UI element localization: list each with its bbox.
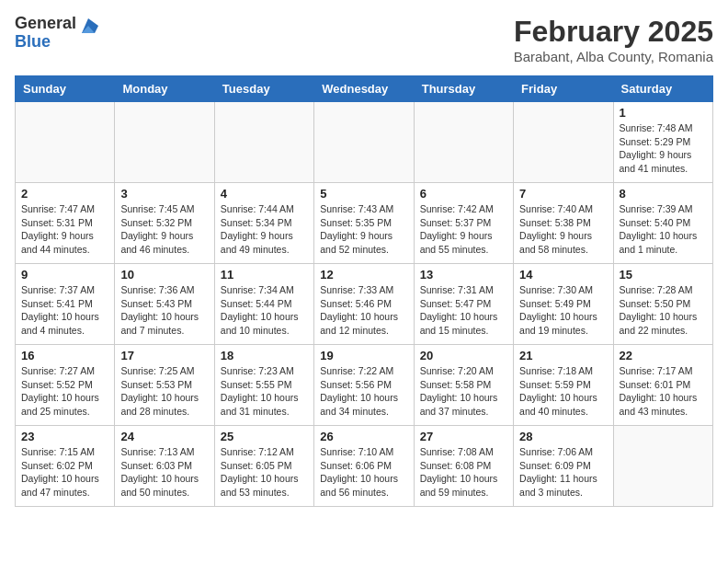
calendar-day-cell: 4Sunrise: 7:44 AM Sunset: 5:34 PM Daylig…	[214, 183, 313, 264]
calendar-day-cell: 9Sunrise: 7:37 AM Sunset: 5:41 PM Daylig…	[16, 264, 115, 345]
day-number: 17	[120, 349, 208, 362]
day-number: 1	[620, 106, 707, 120]
calendar-day-cell	[414, 102, 513, 183]
day-of-week-header: Monday	[115, 76, 214, 102]
day-number: 23	[21, 430, 108, 443]
calendar-week-row: 2Sunrise: 7:47 AM Sunset: 5:31 PM Daylig…	[16, 183, 713, 264]
calendar-day-cell	[214, 102, 313, 183]
day-number: 25	[221, 430, 308, 443]
day-info: Sunrise: 7:28 AM Sunset: 5:50 PM Dayligh…	[620, 283, 707, 338]
day-info: Sunrise: 7:48 AM Sunset: 5:29 PM Dayligh…	[620, 121, 707, 176]
day-of-week-header: Saturday	[613, 76, 712, 102]
calendar-week-row: 23Sunrise: 7:15 AM Sunset: 6:02 PM Dayli…	[16, 426, 713, 507]
calendar-day-cell: 6Sunrise: 7:42 AM Sunset: 5:37 PM Daylig…	[414, 183, 513, 264]
calendar-day-cell: 19Sunrise: 7:22 AM Sunset: 5:56 PM Dayli…	[314, 345, 414, 426]
day-number: 2	[21, 187, 108, 201]
day-info: Sunrise: 7:40 AM Sunset: 5:38 PM Dayligh…	[519, 202, 607, 257]
logo-icon	[78, 17, 98, 37]
day-number: 24	[120, 430, 208, 443]
day-info: Sunrise: 7:10 AM Sunset: 6:06 PM Dayligh…	[320, 445, 407, 500]
day-info: Sunrise: 7:37 AM Sunset: 5:41 PM Dayligh…	[21, 283, 108, 338]
calendar-day-cell: 18Sunrise: 7:23 AM Sunset: 5:55 PM Dayli…	[214, 345, 313, 426]
day-info: Sunrise: 7:06 AM Sunset: 6:09 PM Dayligh…	[519, 445, 607, 500]
title-block: February 2025 Barabant, Alba County, Rom…	[514, 15, 713, 64]
day-number: 9	[21, 268, 108, 282]
day-info: Sunrise: 7:12 AM Sunset: 6:05 PM Dayligh…	[221, 445, 308, 500]
day-of-week-header: Tuesday	[214, 76, 313, 102]
day-number: 16	[21, 349, 108, 362]
calendar-day-cell: 23Sunrise: 7:15 AM Sunset: 6:02 PM Dayli…	[16, 426, 115, 507]
day-info: Sunrise: 7:23 AM Sunset: 5:55 PM Dayligh…	[221, 364, 308, 419]
day-number: 5	[320, 187, 407, 201]
day-of-week-header: Thursday	[414, 76, 513, 102]
day-number: 18	[221, 349, 308, 362]
day-number: 3	[120, 187, 208, 201]
calendar-day-cell	[613, 426, 712, 507]
calendar-day-cell: 25Sunrise: 7:12 AM Sunset: 6:05 PM Dayli…	[214, 426, 313, 507]
day-number: 14	[519, 268, 607, 282]
day-number: 12	[320, 268, 407, 282]
day-info: Sunrise: 7:36 AM Sunset: 5:43 PM Dayligh…	[120, 283, 208, 338]
month-year-title: February 2025	[514, 15, 713, 49]
calendar-day-cell	[314, 102, 414, 183]
day-info: Sunrise: 7:13 AM Sunset: 6:03 PM Dayligh…	[120, 445, 208, 500]
day-info: Sunrise: 7:42 AM Sunset: 5:37 PM Dayligh…	[420, 202, 507, 257]
calendar-day-cell: 14Sunrise: 7:30 AM Sunset: 5:49 PM Dayli…	[514, 264, 613, 345]
day-number: 7	[519, 187, 607, 201]
day-number: 4	[221, 187, 308, 201]
day-info: Sunrise: 7:15 AM Sunset: 6:02 PM Dayligh…	[21, 445, 108, 500]
day-number: 8	[620, 187, 707, 201]
logo: General Blue	[15, 15, 98, 52]
calendar-day-cell: 15Sunrise: 7:28 AM Sunset: 5:50 PM Dayli…	[613, 264, 712, 345]
day-info: Sunrise: 7:27 AM Sunset: 5:52 PM Dayligh…	[21, 364, 108, 419]
day-info: Sunrise: 7:18 AM Sunset: 5:59 PM Dayligh…	[519, 364, 607, 419]
day-number: 15	[620, 268, 707, 282]
day-of-week-header: Friday	[514, 76, 613, 102]
calendar-day-cell: 10Sunrise: 7:36 AM Sunset: 5:43 PM Dayli…	[115, 264, 214, 345]
calendar-day-cell: 16Sunrise: 7:27 AM Sunset: 5:52 PM Dayli…	[16, 345, 115, 426]
day-info: Sunrise: 7:43 AM Sunset: 5:35 PM Dayligh…	[320, 202, 407, 257]
calendar-day-cell: 7Sunrise: 7:40 AM Sunset: 5:38 PM Daylig…	[514, 183, 613, 264]
day-number: 26	[320, 430, 407, 443]
calendar-day-cell	[514, 102, 613, 183]
calendar-day-cell: 5Sunrise: 7:43 AM Sunset: 5:35 PM Daylig…	[314, 183, 414, 264]
day-number: 19	[320, 349, 407, 362]
calendar-day-cell	[16, 102, 115, 183]
calendar-header-row: SundayMondayTuesdayWednesdayThursdayFrid…	[16, 76, 713, 102]
day-number: 28	[519, 430, 607, 443]
day-number: 22	[620, 349, 707, 362]
calendar-week-row: 9Sunrise: 7:37 AM Sunset: 5:41 PM Daylig…	[16, 264, 713, 345]
day-info: Sunrise: 7:08 AM Sunset: 6:08 PM Dayligh…	[420, 445, 507, 500]
day-info: Sunrise: 7:20 AM Sunset: 5:58 PM Dayligh…	[420, 364, 507, 419]
day-info: Sunrise: 7:47 AM Sunset: 5:31 PM Dayligh…	[21, 202, 108, 257]
logo-blue-text: Blue	[15, 33, 76, 52]
day-info: Sunrise: 7:22 AM Sunset: 5:56 PM Dayligh…	[320, 364, 407, 419]
day-number: 27	[420, 430, 507, 443]
calendar-day-cell: 13Sunrise: 7:31 AM Sunset: 5:47 PM Dayli…	[414, 264, 513, 345]
calendar-day-cell: 26Sunrise: 7:10 AM Sunset: 6:06 PM Dayli…	[314, 426, 414, 507]
day-of-week-header: Sunday	[16, 76, 115, 102]
location-subtitle: Barabant, Alba County, Romania	[514, 49, 713, 64]
calendar-day-cell: 17Sunrise: 7:25 AM Sunset: 5:53 PM Dayli…	[115, 345, 214, 426]
day-info: Sunrise: 7:25 AM Sunset: 5:53 PM Dayligh…	[120, 364, 208, 419]
day-info: Sunrise: 7:30 AM Sunset: 5:49 PM Dayligh…	[519, 283, 607, 338]
calendar-day-cell: 3Sunrise: 7:45 AM Sunset: 5:32 PM Daylig…	[115, 183, 214, 264]
calendar-day-cell: 21Sunrise: 7:18 AM Sunset: 5:59 PM Dayli…	[514, 345, 613, 426]
page-header: General Blue February 2025 Barabant, Alb…	[15, 15, 713, 64]
day-number: 10	[120, 268, 208, 282]
calendar-day-cell: 11Sunrise: 7:34 AM Sunset: 5:44 PM Dayli…	[214, 264, 313, 345]
day-info: Sunrise: 7:17 AM Sunset: 6:01 PM Dayligh…	[620, 364, 707, 419]
calendar-week-row: 16Sunrise: 7:27 AM Sunset: 5:52 PM Dayli…	[16, 345, 713, 426]
day-number: 11	[221, 268, 308, 282]
calendar-day-cell: 24Sunrise: 7:13 AM Sunset: 6:03 PM Dayli…	[115, 426, 214, 507]
day-info: Sunrise: 7:45 AM Sunset: 5:32 PM Dayligh…	[120, 202, 208, 257]
calendar-day-cell: 8Sunrise: 7:39 AM Sunset: 5:40 PM Daylig…	[613, 183, 712, 264]
day-number: 21	[519, 349, 607, 362]
calendar-day-cell: 28Sunrise: 7:06 AM Sunset: 6:09 PM Dayli…	[514, 426, 613, 507]
calendar-day-cell: 1Sunrise: 7:48 AM Sunset: 5:29 PM Daylig…	[613, 102, 712, 183]
calendar-day-cell	[115, 102, 214, 183]
calendar-day-cell: 27Sunrise: 7:08 AM Sunset: 6:08 PM Dayli…	[414, 426, 513, 507]
calendar-day-cell: 20Sunrise: 7:20 AM Sunset: 5:58 PM Dayli…	[414, 345, 513, 426]
day-number: 20	[420, 349, 507, 362]
calendar-day-cell: 12Sunrise: 7:33 AM Sunset: 5:46 PM Dayli…	[314, 264, 414, 345]
